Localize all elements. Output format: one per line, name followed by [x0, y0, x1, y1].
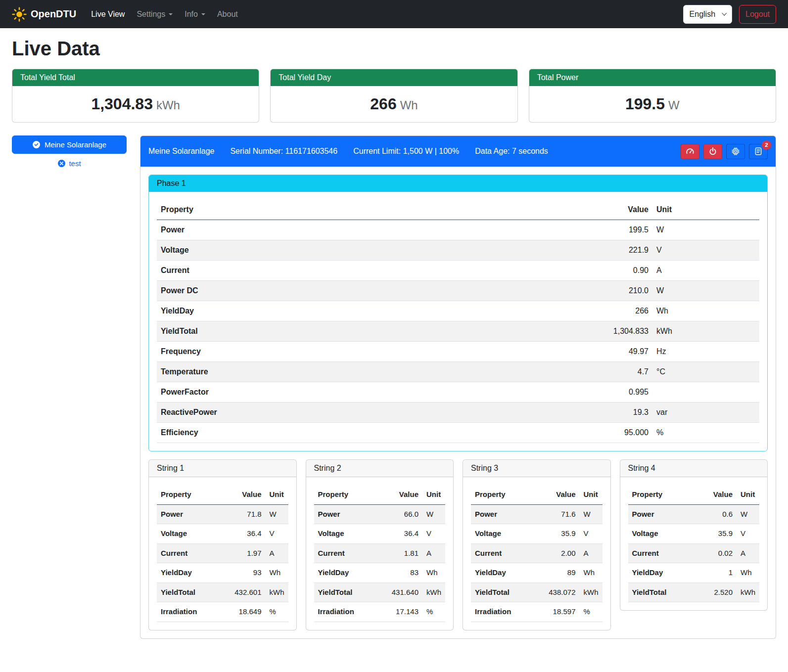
table-row: Temperature 4.7 °C	[157, 362, 759, 382]
value-cell: 2.00	[538, 543, 580, 563]
limit-settings-button[interactable]	[681, 144, 699, 159]
serial-number: Serial Number: 116171603546	[230, 147, 337, 156]
string-4-table: Property Value Unit Power	[628, 485, 760, 602]
table-row: Frequency 49.97 Hz	[157, 342, 759, 362]
string-cards: String 1 Property Value Unit	[148, 459, 768, 630]
unit-cell: W	[652, 220, 759, 240]
column-header-unit: Unit	[652, 200, 759, 220]
property-cell: YieldTotal	[157, 321, 583, 342]
property-cell: YieldDay	[314, 563, 381, 583]
event-log-button[interactable]: 2	[749, 144, 768, 159]
table-header-row: Property Value Unit	[628, 485, 760, 504]
value-cell: 66.0	[381, 504, 422, 524]
unit-cell: Wh	[266, 563, 288, 583]
logout-button[interactable]: Logout	[739, 5, 776, 24]
nav-settings[interactable]: Settings	[132, 6, 178, 23]
nav-info[interactable]: Info	[180, 6, 210, 23]
table-header-row: Property Value Unit	[157, 200, 759, 220]
unit-cell: kWh	[737, 582, 759, 602]
inverter-select-label: Meine Solaranlage	[45, 140, 106, 149]
inverter-item-test[interactable]: test	[12, 159, 127, 168]
property-cell: Power	[157, 504, 224, 524]
unit-cell: Wh	[422, 563, 445, 583]
chevron-down-icon	[722, 10, 727, 15]
value-cell: 431.640	[381, 582, 422, 602]
unit-cell: W	[652, 281, 759, 301]
property-cell: Efficiency	[157, 423, 583, 443]
unit-label: Wh	[400, 98, 418, 112]
property-cell: YieldDay	[628, 563, 695, 583]
property-cell: Voltage	[628, 524, 695, 544]
property-cell: YieldTotal	[157, 582, 224, 602]
language-select[interactable]: English	[683, 5, 732, 24]
property-cell: Voltage	[314, 524, 381, 544]
value-cell: 93	[224, 563, 266, 583]
unit-cell: °C	[652, 362, 759, 382]
unit-cell: kWh	[266, 582, 288, 602]
table-row: Current 0.02 A	[628, 543, 760, 563]
table-row: Power 0.6 W	[628, 504, 760, 524]
current-limit: Current Limit: 1,500 W | 100%	[353, 147, 459, 156]
brand[interactable]: OpenDTU	[12, 7, 76, 22]
column-header-value: Value	[224, 485, 266, 504]
nav-about[interactable]: About	[212, 6, 243, 23]
power-toggle-button[interactable]	[703, 144, 722, 159]
table-row: YieldDay 93 Wh	[157, 563, 288, 583]
property-cell: Current	[628, 543, 695, 563]
string-3-table: Property Value Unit Power	[471, 485, 603, 622]
table-row: YieldDay 89 Wh	[471, 563, 603, 583]
value-cell: 89	[538, 563, 580, 583]
string-2-table: Property Value Unit Power	[314, 485, 446, 622]
value-cell: 18.649	[224, 602, 266, 622]
string-card-title: String 4	[620, 460, 768, 477]
sun-icon	[12, 7, 27, 22]
column-header-property: Property	[157, 485, 224, 504]
value-cell: 17.143	[381, 602, 422, 622]
string-1-card: String 1 Property Value Unit	[148, 459, 297, 630]
column-header-property: Property	[314, 485, 381, 504]
table-row: ReactivePower 19.3 var	[157, 403, 759, 423]
property-cell: Irradiation	[314, 602, 381, 622]
inverter-item-label: test	[69, 159, 81, 168]
table-row: Power 71.6 W	[471, 504, 603, 524]
table-row: Power 199.5 W	[157, 220, 759, 240]
nav-live-view[interactable]: Live View	[86, 6, 130, 23]
unit-cell: W	[580, 504, 603, 524]
table-row: PowerFactor 0.995	[157, 382, 759, 403]
value-cell: 1.97	[224, 543, 266, 563]
total-yield-day-value: 266	[370, 95, 396, 113]
caret-down-icon	[201, 13, 205, 15]
device-info-button[interactable]	[726, 144, 745, 159]
property-cell: Power	[314, 504, 381, 524]
property-cell: Voltage	[157, 240, 583, 261]
table-row: Voltage 36.4 V	[314, 524, 446, 544]
unit-cell: Hz	[652, 342, 759, 362]
unit-cell: A	[580, 543, 603, 563]
column-header-property: Property	[628, 485, 695, 504]
column-header-unit: Unit	[422, 485, 445, 504]
event-count-badge: 2	[762, 140, 771, 150]
table-row: Current 1.81 A	[314, 543, 446, 563]
navbar: OpenDTU Live View Settings Info About En…	[0, 0, 788, 28]
data-age: Data Age: 7 seconds	[475, 147, 548, 156]
value-cell: 18.597	[538, 602, 580, 622]
value-cell: 199.5	[583, 220, 652, 240]
card-title: Total Yield Day	[271, 69, 517, 86]
unit-cell: V	[580, 524, 603, 544]
property-cell: Power	[471, 504, 538, 524]
string-3-card: String 3 Property Value Unit	[463, 459, 611, 630]
value-cell: 19.3	[583, 403, 652, 423]
caret-down-icon	[169, 13, 173, 15]
unit-cell: A	[652, 261, 759, 281]
property-cell: PowerFactor	[157, 382, 583, 403]
inverter-select-button[interactable]: Meine Solaranlage	[12, 135, 127, 154]
value-cell: 1,304.833	[583, 321, 652, 342]
property-cell: Current	[157, 261, 583, 281]
value-cell: 0.90	[583, 261, 652, 281]
unit-cell: W	[266, 504, 288, 524]
journal-icon	[754, 147, 763, 156]
table-row: YieldTotal 1,304.833 kWh	[157, 321, 759, 342]
table-row: Power 66.0 W	[314, 504, 446, 524]
value-cell: 438.072	[538, 582, 580, 602]
table-row: YieldTotal 432.601 kWh	[157, 582, 288, 602]
